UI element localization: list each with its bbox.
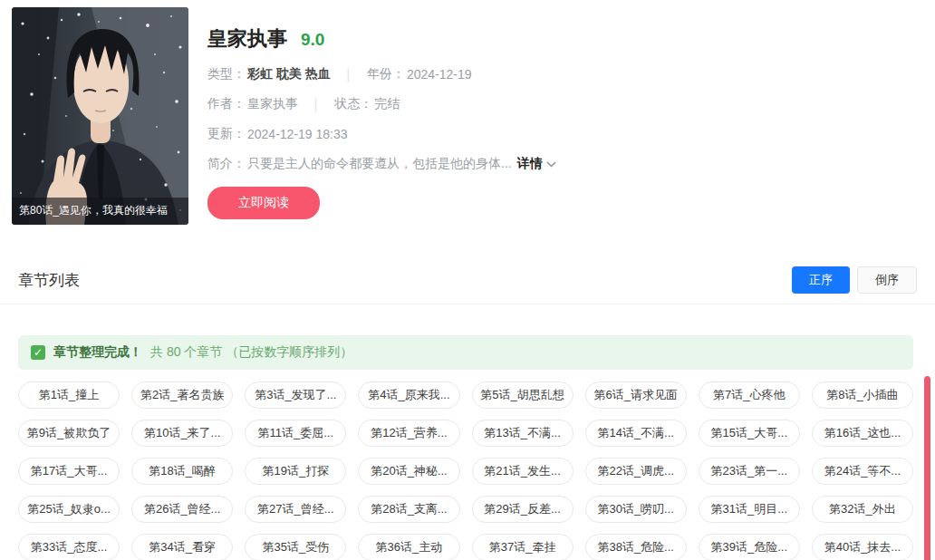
- author-label: 作者：: [207, 96, 246, 112]
- chapter-item[interactable]: 第39话_危险...: [699, 534, 800, 560]
- chapters-header: 章节列表 正序 倒序: [18, 266, 917, 294]
- chapter-grid: 第1话_撞上第2话_著名贵族第3话_发现了...第4话_原来我...第5话_胡思…: [18, 381, 913, 560]
- chapter-item[interactable]: 第32话_外出: [812, 496, 913, 523]
- chapter-item[interactable]: 第19话_打探: [245, 458, 346, 485]
- chapter-item[interactable]: 第14话_不满...: [585, 420, 687, 447]
- chapter-item[interactable]: 第3话_发现了...: [245, 381, 346, 409]
- chapter-item[interactable]: 第27话_曾经...: [245, 496, 346, 523]
- chapter-item[interactable]: 第16话_这也...: [812, 420, 913, 447]
- book-detail-section: 第80话_遇见你，我真的很幸福 皇家执事 9.0 类型： 彩虹 耽美 热血 │ …: [0, 0, 935, 225]
- chapter-item[interactable]: 第35话_受伤: [245, 534, 346, 560]
- section-divider: [0, 304, 935, 304]
- chapter-item[interactable]: 第34话_看穿: [131, 534, 233, 560]
- chapter-item[interactable]: 第30话_唠叨...: [585, 496, 687, 523]
- detail-expand-link[interactable]: 详情: [517, 156, 556, 172]
- chapter-item[interactable]: 第24话_等不...: [812, 458, 913, 485]
- chapters-ready-banner: ✓ 章节整理完成！ 共 80 个章节 （已按数字顺序排列）: [18, 335, 913, 370]
- type-value[interactable]: 彩虹 耽美 热血: [247, 66, 331, 82]
- chapter-item[interactable]: 第7话_心疼他: [699, 381, 800, 409]
- chapter-item[interactable]: 第12话_营养...: [358, 420, 459, 447]
- chapter-item[interactable]: 第2话_著名贵族: [131, 381, 233, 409]
- chapter-item[interactable]: 第37话_牵挂: [472, 534, 574, 560]
- meta-divider: │: [313, 98, 320, 111]
- year-value: 2024-12-19: [407, 67, 472, 82]
- status-label: 状态：: [334, 96, 372, 112]
- chapter-item[interactable]: 第11话_委屈...: [245, 420, 346, 447]
- chapter-item[interactable]: 第33话_态度...: [18, 534, 120, 560]
- meta-row-update: 更新： 2024-12-19 18:33: [207, 126, 556, 142]
- cover-illustration: [12, 7, 188, 225]
- scrollbar-thumb[interactable]: [924, 376, 930, 560]
- update-label: 更新：: [207, 126, 246, 142]
- chapter-item[interactable]: 第13话_不满...: [472, 420, 574, 447]
- author-value[interactable]: 皇家执事: [247, 96, 298, 112]
- intro-label: 简介：: [207, 156, 246, 172]
- chapter-item[interactable]: 第36话_主动: [358, 534, 459, 560]
- intro-value: 只要是主人的命令都要遵从，包括是他的身体...: [247, 156, 512, 172]
- detail-link-label: 详情: [517, 156, 543, 172]
- chapter-item[interactable]: 第5话_胡思乱想: [472, 381, 574, 409]
- chapter-item[interactable]: 第29话_反差...: [472, 496, 574, 523]
- chapter-item[interactable]: 第26话_曾经...: [131, 496, 233, 523]
- read-now-button[interactable]: 立即阅读: [207, 187, 320, 219]
- sort-ascending-button[interactable]: 正序: [792, 266, 850, 294]
- chapter-item[interactable]: 第28话_支离...: [358, 496, 459, 523]
- check-icon: ✓: [31, 345, 45, 360]
- page-title: 皇家执事: [207, 25, 287, 53]
- type-label: 类型：: [207, 66, 246, 82]
- chapter-item[interactable]: 第38话_危险...: [585, 534, 687, 560]
- chapter-item[interactable]: 第20话_神秘...: [358, 458, 459, 485]
- chapter-item[interactable]: 第6话_请求见面: [585, 381, 687, 409]
- chapter-item[interactable]: 第10话_来了...: [131, 420, 233, 447]
- chapter-item[interactable]: 第25话_奴隶o...: [18, 496, 120, 523]
- chapter-item[interactable]: 第8话_小插曲: [812, 381, 913, 409]
- chapter-item[interactable]: 第23话_第一...: [699, 458, 800, 485]
- chapter-item[interactable]: 第15话_大哥...: [699, 420, 800, 447]
- meta-row-intro: 简介： 只要是主人的命令都要遵从，包括是他的身体... 详情: [207, 156, 556, 172]
- year-label: 年份：: [367, 66, 405, 82]
- chapter-item[interactable]: 第17话_大哥...: [18, 458, 120, 485]
- book-info: 皇家执事 9.0 类型： 彩虹 耽美 热血 │ 年份： 2024-12-19 作…: [207, 7, 556, 225]
- banner-count-text: 共 80 个章节 （已按数字顺序排列）: [150, 344, 352, 361]
- banner-status-text: 章节整理完成！: [53, 344, 142, 361]
- rating-score: 9.0: [301, 30, 324, 50]
- chapter-item[interactable]: 第9话_被欺负了: [18, 420, 120, 447]
- sort-descending-button[interactable]: 倒序: [857, 266, 917, 294]
- meta-row-author-status: 作者： 皇家执事 │ 状态： 完结: [207, 96, 556, 112]
- sort-buttons: 正序 倒序: [792, 266, 917, 294]
- meta-row-type-year: 类型： 彩虹 耽美 热血 │ 年份： 2024-12-19: [207, 66, 556, 82]
- chapter-item[interactable]: 第1话_撞上: [18, 381, 120, 409]
- chapter-item[interactable]: 第18话_喝醉: [131, 458, 233, 485]
- meta-divider: │: [345, 68, 352, 82]
- update-value: 2024-12-19 18:33: [247, 127, 348, 141]
- chapter-item[interactable]: 第22话_调虎...: [585, 458, 687, 485]
- cover-latest-chapter-caption: 第80话_遇见你，我真的很幸福: [12, 198, 188, 225]
- chapter-item[interactable]: 第31话_明目...: [699, 496, 800, 523]
- book-cover[interactable]: 第80话_遇见你，我真的很幸福: [12, 7, 188, 225]
- status-value: 完结: [374, 96, 400, 112]
- chapter-item[interactable]: 第21话_发生...: [472, 458, 574, 485]
- chapter-item[interactable]: 第4话_原来我...: [358, 381, 459, 409]
- chapter-item[interactable]: 第40话_抹去...: [812, 534, 913, 560]
- chevron-down-icon: [546, 161, 556, 168]
- chapter-list-title: 章节列表: [18, 270, 80, 291]
